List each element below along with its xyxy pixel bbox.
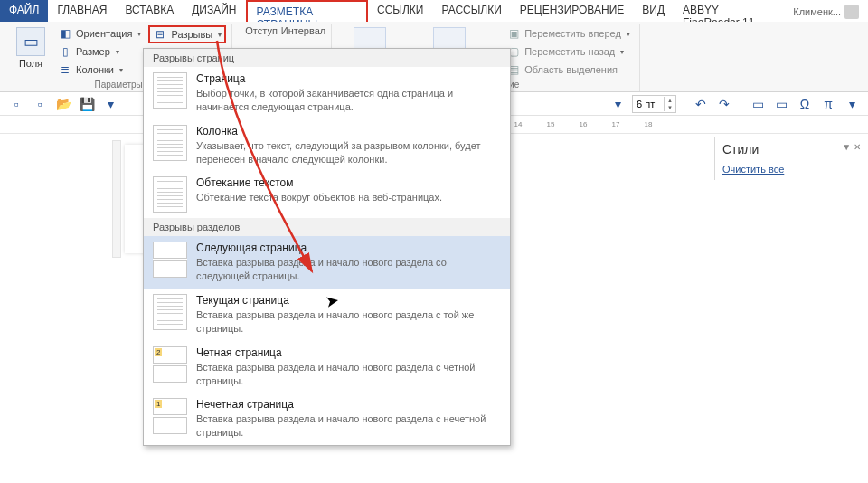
- redo-icon[interactable]: ↷: [715, 95, 733, 113]
- odd-page-icon: 1: [153, 398, 187, 434]
- orientation-label: Ориентация: [76, 28, 132, 39]
- ruler-tick: 18: [632, 120, 665, 128]
- item-desc: Вставка разрыва раздела и начало нового …: [196, 308, 501, 336]
- tab-view[interactable]: ВИД: [633, 0, 674, 22]
- avatar-icon: [844, 5, 859, 19]
- undo-icon[interactable]: ↶: [692, 95, 710, 113]
- item-title: Текущая страница: [196, 294, 501, 307]
- chevron-down-icon: ▾: [218, 31, 222, 39]
- send-backward-label: Переместить назад: [524, 46, 615, 57]
- bring-forward-label: Переместить вперед: [524, 28, 621, 39]
- tab-strip: ФАЙЛ ГЛАВНАЯ ВСТАВКА ДИЗАЙН РАЗМЕТКА СТР…: [0, 0, 868, 22]
- item-desc: Указывает, что текст, следующий за разры…: [196, 139, 501, 166]
- tab-mailings[interactable]: РАССЫЛКИ: [432, 0, 510, 22]
- ruler-tick: 17: [599, 120, 632, 128]
- tab-design[interactable]: ДИЗАЙН: [183, 0, 245, 22]
- dropdown-section-section-breaks: Разрывы разделов: [144, 218, 510, 236]
- margins-icon: ▭: [16, 27, 45, 56]
- book2-icon[interactable]: ▭: [772, 95, 790, 113]
- spin-down-icon[interactable]: ▼: [664, 104, 675, 111]
- chevron-down-icon[interactable]: ▼ ✕: [842, 142, 861, 156]
- clear-all-link[interactable]: Очистить все: [722, 164, 861, 175]
- new-doc2-icon[interactable]: ▫: [31, 95, 49, 113]
- new-doc-icon[interactable]: ▫: [7, 95, 25, 113]
- next-page-icon: [153, 242, 187, 278]
- tab-review[interactable]: РЕЦЕНЗИРОВАНИЕ: [511, 0, 633, 22]
- continuous-icon: [153, 294, 187, 330]
- item-title: Четная страница: [196, 346, 501, 359]
- group-label-page-setup: Параметры: [94, 80, 142, 91]
- bring-forward-button[interactable]: ▣Переместить вперед▾: [503, 25, 634, 42]
- breaks-button[interactable]: ⊟Разрывы▾: [148, 25, 226, 43]
- user-account[interactable]: Клименк...: [784, 0, 868, 22]
- tab-insert[interactable]: ВСТАВКА: [116, 0, 183, 22]
- bring-forward-icon: ▣: [506, 26, 521, 41]
- ruler-tick: 15: [534, 120, 567, 128]
- margins-label: Поля: [19, 58, 42, 69]
- columns-button[interactable]: ≣Колонки▾: [54, 62, 145, 78]
- item-title: Страница: [196, 72, 501, 85]
- chevron-down-icon: ▾: [137, 30, 141, 38]
- selection-pane-label: Область выделения: [524, 64, 618, 75]
- styles-title: Стили: [722, 142, 759, 156]
- break-page[interactable]: Страница Выбор точки, в которой заканчив…: [144, 67, 510, 119]
- page-break-icon: [153, 72, 187, 109]
- chevron-down-icon: ▾: [119, 66, 123, 74]
- indent-label: Отступ: [245, 25, 278, 36]
- breaks-icon: ⊟: [153, 27, 167, 42]
- spacing-label: Интервал: [281, 25, 326, 36]
- tab-home[interactable]: ГЛАВНАЯ: [48, 0, 116, 22]
- columns-icon: ≣: [58, 62, 72, 77]
- open-icon[interactable]: 📂: [54, 95, 72, 113]
- even-page-icon: 2: [153, 346, 187, 383]
- breaks-label: Разрывы: [171, 29, 212, 40]
- section-break-odd-page[interactable]: 1 Нечетная страница Вставка разрыва разд…: [144, 393, 510, 445]
- omega-icon[interactable]: Ω: [796, 95, 814, 113]
- column-break-icon: [153, 125, 187, 161]
- tab-page-layout[interactable]: РАЗМЕТКА СТРАНИЦЫ: [246, 0, 368, 22]
- spacing-input[interactable]: [633, 96, 664, 112]
- break-column[interactable]: Колонка Указывает, что текст, следующий …: [144, 119, 510, 172]
- margins-button[interactable]: ▭ Поля: [11, 25, 51, 71]
- orientation-icon: ◧: [58, 26, 72, 41]
- size-icon: ▯: [58, 44, 72, 59]
- chevron-down-icon: ▾: [627, 30, 630, 38]
- break-text-wrap[interactable]: Обтекание текстом Обтекание текста вокру…: [144, 171, 510, 218]
- breaks-dropdown: Разрывы страниц Страница Выбор точки, в …: [143, 48, 511, 446]
- pi-icon[interactable]: π: [819, 95, 837, 113]
- chevron-down-icon[interactable]: ▾: [843, 95, 861, 113]
- tab-references[interactable]: ССЫЛКИ: [368, 0, 432, 22]
- spin-up-icon[interactable]: ▲: [664, 97, 675, 104]
- styles-pane: Стили ▼ ✕ Очистить все: [714, 137, 868, 180]
- user-name: Клименк...: [793, 6, 841, 17]
- item-desc: Вставка разрыва раздела и начало нового …: [196, 361, 501, 388]
- item-title: Обтекание текстом: [196, 176, 501, 189]
- chevron-down-icon: ▾: [620, 48, 624, 56]
- item-title: Колонка: [196, 125, 501, 137]
- vertical-ruler[interactable]: [112, 140, 121, 258]
- ruler-tick: 16: [567, 120, 599, 128]
- item-desc: Выбор точки, в которой заканчивается одн…: [196, 87, 501, 114]
- item-title: Следующая страница: [196, 242, 501, 254]
- tab-file[interactable]: ФАЙЛ: [0, 0, 48, 22]
- orientation-button[interactable]: ◧Ориентация▾: [54, 25, 145, 42]
- section-break-next-page[interactable]: Следующая страница Вставка разрыва разде…: [144, 236, 510, 289]
- size-button[interactable]: ▯Размер▾: [54, 43, 145, 60]
- save-icon[interactable]: 💾: [78, 95, 96, 113]
- spacing-spinner[interactable]: ▲▼: [632, 95, 676, 113]
- chevron-down-icon[interactable]: ▾: [609, 95, 627, 113]
- selection-pane-button[interactable]: ▤Область выделения: [503, 62, 634, 78]
- section-break-even-page[interactable]: 2 Четная страница Вставка разрыва раздел…: [144, 341, 510, 393]
- tab-abbyy[interactable]: ABBYY FineReader 11: [674, 0, 784, 22]
- chevron-down-icon: ▾: [116, 48, 119, 56]
- book-icon[interactable]: ▭: [749, 95, 767, 113]
- item-desc: Обтекание текста вокруг объектов на веб-…: [196, 191, 501, 204]
- columns-label: Колонки: [76, 64, 114, 75]
- dropdown-section-page-breaks: Разрывы страниц: [144, 49, 510, 67]
- chevron-down-icon[interactable]: ▾: [101, 95, 119, 113]
- send-backward-button[interactable]: ▢Переместить назад▾: [503, 43, 634, 60]
- item-title: Нечетная страница: [196, 398, 501, 411]
- item-desc: Вставка разрыва раздела и начало нового …: [196, 256, 501, 283]
- separator: [684, 96, 684, 112]
- separator: [741, 96, 741, 112]
